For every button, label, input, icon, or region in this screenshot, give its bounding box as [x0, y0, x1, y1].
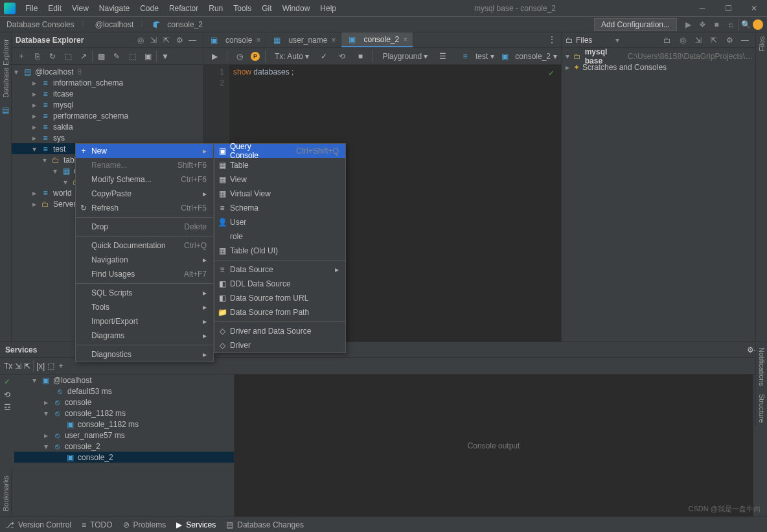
svc-console2-sub[interactable]: console_2: [78, 453, 113, 462]
close-tab-icon[interactable]: ×: [403, 35, 407, 44]
run-icon[interactable]: ▶: [207, 49, 222, 64]
menu-item[interactable]: ◧Data Source from URL: [214, 291, 345, 305]
status-services[interactable]: ▶ Services: [176, 520, 216, 529]
menu-edit[interactable]: Edit: [43, 2, 66, 15]
menu-item[interactable]: ▦View: [214, 172, 345, 187]
crumb-root[interactable]: Database Consoles: [4, 19, 77, 30]
files-tool-button[interactable]: Files: [758, 32, 766, 55]
svc-default[interactable]: default: [67, 387, 91, 396]
tx-mode-dropdown[interactable]: Tx: Auto ▾: [271, 51, 313, 62]
jump-icon[interactable]: ↗: [76, 49, 91, 64]
menu-item[interactable]: Tools▸: [76, 300, 213, 314]
rollback-icon[interactable]: ⟲: [335, 49, 349, 64]
stop-button[interactable]: ■: [709, 17, 724, 32]
menu-run[interactable]: Run: [204, 2, 227, 15]
menu-item[interactable]: role: [214, 229, 345, 244]
menu-item[interactable]: DropDelete: [76, 220, 213, 234]
menu-help[interactable]: Help: [315, 2, 341, 15]
schema-mysql[interactable]: mysql: [53, 100, 73, 110]
view-icon[interactable]: ☰: [435, 49, 450, 64]
new-submenu[interactable]: ▣Query ConsoleCtrl+Shift+Q▦Table▦View▦Vi…: [214, 143, 346, 353]
target-session-dropdown[interactable]: ▣console_2 ▾: [499, 52, 557, 61]
expand-icon[interactable]: ⇲: [15, 362, 21, 371]
menu-item[interactable]: ▦Table (Old UI): [214, 244, 345, 258]
svc-root[interactable]: @localhost: [53, 376, 92, 385]
cancel-icon[interactable]: ■: [353, 49, 367, 64]
group-icon[interactable]: [x]: [36, 362, 45, 371]
menu-item[interactable]: ▦Table: [214, 158, 345, 172]
settings-icon[interactable]: ⚙: [747, 345, 754, 354]
status-dbchanges[interactable]: ▤ Database Changes: [226, 520, 304, 529]
menu-item[interactable]: Navigation▸: [76, 253, 213, 267]
menu-refactor[interactable]: Refactor: [165, 2, 203, 15]
schema-itcase[interactable]: itcase: [53, 89, 73, 98]
menu-item[interactable]: Diagrams▸: [76, 329, 213, 343]
expand-all-icon[interactable]: ⇲: [147, 34, 160, 47]
menu-item[interactable]: Import/Export▸: [76, 314, 213, 329]
browse-icon[interactable]: 🗀: [661, 34, 674, 47]
ok-icon[interactable]: ✓: [4, 377, 10, 386]
services-tree[interactable]: ▾▣@localhost ⎋default53 ms ▸⎋console ▾⎋c…: [14, 375, 235, 516]
menu-item[interactable]: ↻RefreshCtrl+F5: [76, 201, 213, 215]
menu-item[interactable]: ▦Virtual View: [214, 187, 345, 201]
menu-item[interactable]: ≡Data Source▸: [214, 262, 345, 277]
settings-icon[interactable]: ⚙: [173, 34, 186, 47]
ddl-icon[interactable]: ⬚: [125, 49, 139, 64]
schema-world[interactable]: world: [53, 189, 72, 198]
duplicate-icon[interactable]: ⎘: [30, 49, 44, 64]
add-configuration-button[interactable]: Add Configuration...: [594, 18, 677, 31]
menu-item[interactable]: Quick DocumentationCtrl+Q: [76, 238, 213, 253]
menu-view[interactable]: View: [67, 2, 93, 15]
explain-icon[interactable]: P: [251, 52, 260, 61]
schema-performance[interactable]: performance_schema: [53, 111, 128, 121]
schema-sys[interactable]: sys: [53, 133, 65, 143]
menu-item[interactable]: ◧DDL Data Source: [214, 277, 345, 291]
run-button[interactable]: ▶: [681, 17, 695, 32]
close-tab-icon[interactable]: ×: [256, 36, 260, 45]
console-icon[interactable]: ▣: [141, 49, 155, 64]
hide-icon[interactable]: —: [186, 34, 199, 47]
schema-test[interactable]: test: [53, 145, 65, 154]
hide-icon[interactable]: —: [738, 34, 751, 47]
menu-tools[interactable]: Tools: [229, 2, 256, 15]
context-menu[interactable]: +New▸Rename...Shift+F6Modify Schema...Ct…: [75, 143, 214, 362]
layout-icon[interactable]: ⬚: [47, 362, 54, 371]
schema-sakila[interactable]: sakila: [53, 122, 73, 132]
menu-code[interactable]: Code: [135, 2, 163, 15]
search-everywhere-icon[interactable]: 🔍: [738, 17, 753, 32]
tx-icon[interactable]: ▩: [94, 49, 108, 64]
rerun-icon[interactable]: ⟲: [4, 390, 10, 399]
layout-icon[interactable]: ☲: [4, 403, 11, 412]
tab-console2[interactable]: ▣console_2×: [341, 32, 413, 47]
crumb-console[interactable]: console_2: [165, 19, 205, 30]
menu-file[interactable]: File: [21, 2, 42, 15]
locate-icon[interactable]: ◎: [676, 34, 689, 47]
edit-icon[interactable]: ✎: [109, 49, 124, 64]
menu-navigate[interactable]: Navigate: [95, 2, 134, 15]
locate-icon[interactable]: ◎: [134, 34, 147, 47]
collapse-all-icon[interactable]: ⇱: [160, 34, 173, 47]
menu-item[interactable]: SQL Scripts▸: [76, 286, 213, 300]
tab-overflow-icon[interactable]: ⋮: [543, 32, 561, 47]
filter-icon[interactable]: ▼: [158, 49, 172, 64]
collapse-icon[interactable]: ⇱: [707, 34, 720, 47]
status-vcs[interactable]: ⎇ Version Control: [5, 520, 71, 529]
svc-console1[interactable]: console_1: [65, 409, 100, 418]
menu-item[interactable]: Find UsagesAlt+F7: [76, 267, 213, 281]
scratches-node[interactable]: Scratches and Consoles: [582, 63, 667, 72]
crumb-host[interactable]: @localhost: [93, 19, 137, 30]
history-icon[interactable]: ◷: [233, 49, 247, 64]
notifications-tool-button[interactable]: Notifications: [758, 343, 766, 390]
svc-username[interactable]: user_name: [65, 431, 104, 440]
svc-console1-sub[interactable]: console_1: [78, 420, 113, 429]
status-todo[interactable]: ≡ TODO: [82, 520, 112, 529]
debug-button[interactable]: ❖: [695, 17, 709, 32]
menu-item[interactable]: Copy/Paste▸: [76, 187, 213, 201]
menu-item[interactable]: ◇Driver and Data Source: [214, 324, 345, 338]
close-tab-icon[interactable]: ×: [331, 36, 336, 45]
playground-dropdown[interactable]: Playground ▾: [378, 51, 431, 62]
add-service-icon[interactable]: ＋: [57, 360, 65, 371]
db-icon[interactable]: ▤: [2, 106, 9, 115]
avatar-icon[interactable]: [753, 19, 763, 30]
svc-console2[interactable]: console_2: [65, 442, 100, 451]
